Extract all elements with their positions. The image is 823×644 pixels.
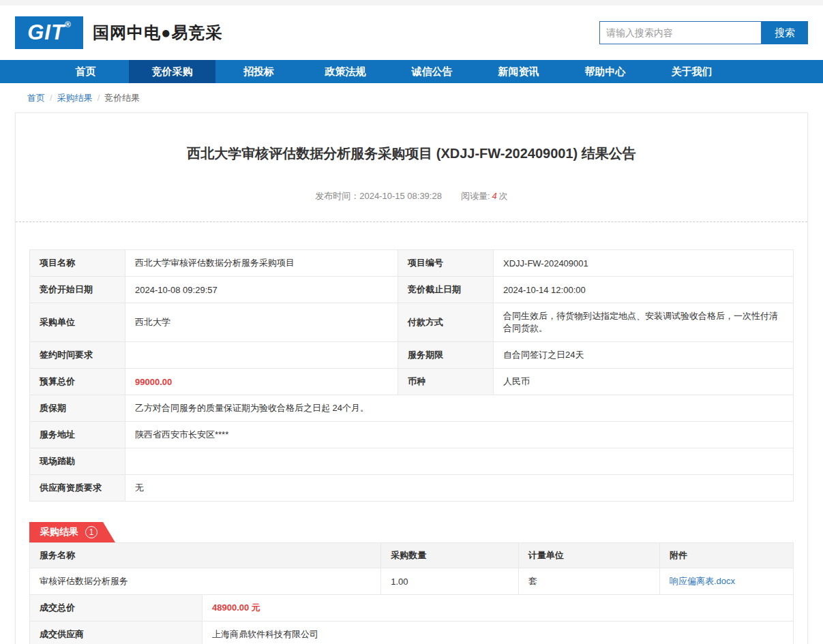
column-header: 计量单位 bbox=[518, 543, 659, 568]
field-label: 项目名称 bbox=[30, 250, 125, 277]
views-count: 4 bbox=[492, 191, 497, 201]
table-row: 审核评估数据分析服务 1.00 套 响应偏离表.docx bbox=[30, 568, 794, 595]
field-label: 竞价开始日期 bbox=[30, 277, 125, 303]
nav-item-news[interactable]: 新闻资讯 bbox=[475, 60, 562, 83]
field-label: 采购单位 bbox=[30, 303, 125, 342]
breadcrumb-link-procurement-results[interactable]: 采购结果 bbox=[57, 93, 93, 103]
table-row: 签约时间要求 服务期限 自合同签订之日24天 bbox=[30, 342, 794, 369]
nav-item-policies[interactable]: 政策法规 bbox=[302, 60, 389, 83]
search-button[interactable]: 搜索 bbox=[762, 21, 808, 44]
table-row: 采购单位 西北大学 付款方式 合同生效后，待货物到达指定地点、安装调试验收合格后… bbox=[30, 303, 794, 342]
field-label: 项目编号 bbox=[398, 250, 494, 277]
unit: 套 bbox=[518, 568, 659, 595]
top-strip bbox=[0, 0, 823, 5]
field-label: 现场踏勘 bbox=[30, 448, 125, 475]
search-bar: 搜索 bbox=[599, 21, 808, 44]
views-unit: 次 bbox=[499, 191, 508, 201]
budget-total-value: 99000.00 bbox=[125, 369, 398, 395]
views-label: 阅读量: bbox=[461, 191, 490, 201]
field-value: 2024-10-08 09:29:57 bbox=[125, 277, 398, 303]
nav-item-tendering[interactable]: 招投标 bbox=[215, 60, 302, 83]
announcement-card: 西北大学审核评估数据分析服务采购项目 (XDJJ-FW-202409001) 结… bbox=[15, 112, 808, 644]
breadcrumb-separator: / bbox=[98, 93, 100, 103]
field-label: 服务期限 bbox=[398, 342, 494, 369]
service-name: 审核评估数据分析服务 bbox=[30, 568, 381, 595]
nav-item-about-us[interactable]: 关于我们 bbox=[648, 60, 735, 83]
field-label: 成交供应商 bbox=[30, 622, 203, 644]
field-value: 自合同签订之日24天 bbox=[494, 342, 794, 369]
result-section-header: 采购结果 1 bbox=[29, 522, 794, 542]
table-row: 现场踏勘 bbox=[30, 448, 794, 475]
field-label: 签约时间要求 bbox=[30, 342, 125, 369]
deal-info-table: 成交总价 48900.00 元 成交供应商 上海商鼎软件科技有限公司 质保及售后… bbox=[29, 594, 794, 644]
notice-meta: 发布时间：2024-10-15 08:39:28阅读量:4次 bbox=[16, 190, 807, 222]
table-row: 成交总价 48900.00 元 bbox=[30, 595, 794, 622]
badge-label: 采购结果 bbox=[40, 526, 78, 538]
nav-item-integrity-notices[interactable]: 诚信公告 bbox=[389, 60, 475, 83]
field-value: XDJJ-FW-202409001 bbox=[494, 250, 794, 277]
registered-trademark-icon: ® bbox=[65, 20, 71, 29]
field-value: 西北大学审核评估数据分析服务采购项目 bbox=[125, 250, 398, 277]
table-row: 预算总价 99000.00 币种 人民币 bbox=[30, 369, 794, 395]
field-label: 成交总价 bbox=[30, 595, 203, 622]
field-label: 竞价截止日期 bbox=[398, 277, 494, 303]
table-header-row: 服务名称 采购数量 计量单位 附件 bbox=[30, 543, 794, 568]
table-row: 项目名称 西北大学审核评估数据分析服务采购项目 项目编号 XDJJ-FW-202… bbox=[30, 250, 794, 277]
badge-count: 1 bbox=[85, 526, 98, 538]
winning-supplier: 上海商鼎软件科技有限公司 bbox=[203, 622, 794, 644]
field-value bbox=[125, 342, 398, 369]
procurement-result-table: 服务名称 采购数量 计量单位 附件 审核评估数据分析服务 1.00 套 响应偏离… bbox=[29, 542, 794, 595]
site-logo[interactable]: GIT ® bbox=[15, 16, 83, 49]
page-title: 西北大学审核评估数据分析服务采购项目 (XDJJ-FW-202409001) 结… bbox=[16, 113, 807, 163]
attachment-link[interactable]: 响应偏离表.docx bbox=[670, 576, 735, 586]
field-label: 币种 bbox=[398, 369, 494, 395]
table-row: 服务地址 陕西省西安市长安区**** bbox=[30, 422, 794, 448]
search-input[interactable] bbox=[599, 21, 762, 44]
nav-item-help-center[interactable]: 帮助中心 bbox=[562, 60, 648, 83]
site-name: 国网中电●易竞采 bbox=[93, 22, 223, 44]
deal-total-price: 48900.00 元 bbox=[203, 595, 794, 622]
field-value bbox=[125, 448, 794, 475]
field-label: 付款方式 bbox=[398, 303, 494, 342]
logo-text: GIT bbox=[27, 16, 65, 49]
table-row: 竞价开始日期 2024-10-08 09:29:57 竞价截止日期 2024-1… bbox=[30, 277, 794, 303]
procurement-result-badge: 采购结果 1 bbox=[29, 522, 115, 542]
table-row: 质保期 乙方对合同服务的质量保证期为验收合格后之日起 24个月。 bbox=[30, 395, 794, 422]
field-label: 质保期 bbox=[30, 395, 125, 422]
field-label: 供应商资质要求 bbox=[30, 475, 125, 502]
nav-item-bidding-procurement[interactable]: 竞价采购 bbox=[129, 60, 215, 83]
field-value: 人民币 bbox=[494, 369, 794, 395]
breadcrumb-separator: / bbox=[50, 93, 53, 103]
publish-time-label: 发布时间： bbox=[315, 191, 359, 201]
publish-time-value: 2024-10-15 08:39:28 bbox=[359, 191, 442, 201]
column-header: 服务名称 bbox=[30, 543, 381, 568]
field-value: 无 bbox=[125, 475, 794, 502]
breadcrumb: 首页/采购结果/竞价结果 bbox=[0, 83, 823, 112]
field-label: 预算总价 bbox=[30, 369, 125, 395]
site-header: GIT ® 国网中电●易竞采 搜索 bbox=[0, 5, 823, 60]
main-nav: 首页 竞价采购 招投标 政策法规 诚信公告 新闻资讯 帮助中心 关于我们 bbox=[0, 60, 823, 83]
project-info-table: 项目名称 西北大学审核评估数据分析服务采购项目 项目编号 XDJJ-FW-202… bbox=[29, 249, 794, 502]
quantity: 1.00 bbox=[381, 568, 519, 595]
field-value: 2024-10-14 12:00:00 bbox=[494, 277, 794, 303]
field-value: 西北大学 bbox=[125, 303, 398, 342]
table-row: 供应商资质要求 无 bbox=[30, 475, 794, 502]
breadcrumb-current: 竞价结果 bbox=[104, 93, 140, 103]
field-value: 乙方对合同服务的质量保证期为验收合格后之日起 24个月。 bbox=[125, 395, 794, 422]
field-value: 陕西省西安市长安区**** bbox=[125, 422, 794, 448]
nav-item-home[interactable]: 首页 bbox=[42, 60, 129, 83]
column-header: 采购数量 bbox=[381, 543, 519, 568]
field-label: 服务地址 bbox=[30, 422, 125, 448]
field-value: 合同生效后，待货物到达指定地点、安装调试验收合格后，一次性付清合同货款。 bbox=[494, 303, 794, 342]
table-row: 成交供应商 上海商鼎软件科技有限公司 bbox=[30, 622, 794, 644]
column-header: 附件 bbox=[659, 543, 793, 568]
breadcrumb-link-home[interactable]: 首页 bbox=[27, 93, 45, 103]
